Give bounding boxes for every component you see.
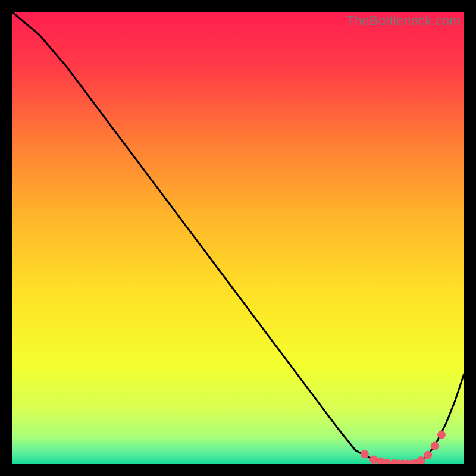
- gradient-background: [12, 12, 464, 464]
- bottleneck-chart: [12, 12, 464, 464]
- highlight-point: [437, 431, 446, 439]
- highlight-point: [424, 451, 432, 459]
- chart-frame: TheBottleneck.com: [12, 12, 464, 464]
- highlight-point: [431, 442, 439, 450]
- watermark-text: TheBottleneck.com: [346, 13, 461, 29]
- highlight-point: [361, 450, 369, 458]
